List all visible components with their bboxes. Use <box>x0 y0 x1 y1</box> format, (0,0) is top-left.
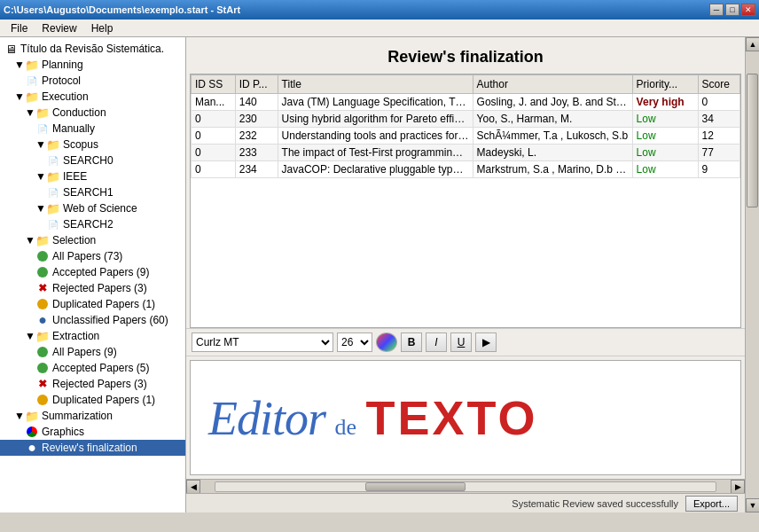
cell-author: Markstrum, S.a , Marino, D.b , Esquiv... <box>473 161 632 178</box>
folder-icon: 📁 <box>25 90 39 104</box>
horizontal-scrollbar[interactable]: ◀ ▶ <box>186 479 745 493</box>
minimize-button[interactable]: ─ <box>709 4 724 16</box>
sidebar-label-summarization: Summarization <box>42 410 113 422</box>
more-button[interactable]: ▶ <box>475 332 497 352</box>
v-scroll-thumb[interactable] <box>747 74 758 207</box>
sidebar-item-web-of-science[interactable]: ▼ 📁 Web of Science <box>0 200 185 216</box>
h-scroll-track[interactable] <box>215 481 716 492</box>
sidebar-item-search1[interactable]: 📄 SEARCH1 <box>0 184 185 200</box>
cell-priority: Low <box>632 111 698 128</box>
blue-dot-icon: ● <box>35 313 50 327</box>
sidebar-label-ext-all-papers: All Papers (9) <box>52 346 117 358</box>
sidebar-label-manually: Manually <box>52 122 95 135</box>
sidebar-label-sel-all-papers: All Papers (73) <box>52 250 122 262</box>
window-controls: ─ □ ✕ <box>709 4 755 16</box>
folder-icon: 📁 <box>35 106 50 120</box>
sidebar-item-reviews-finalization[interactable]: ● Review's finalization <box>0 440 185 456</box>
scroll-left-button[interactable]: ◀ <box>186 480 200 494</box>
window-title: C:\Users\Augusto\Documents\exemplo.start… <box>4 4 240 15</box>
menu-file[interactable]: File <box>4 20 35 36</box>
scroll-right-button[interactable]: ▶ <box>731 480 745 494</box>
col-id-ss[interactable]: ID SS <box>192 75 236 94</box>
sidebar-item-ext-all-papers[interactable]: All Papers (9) <box>0 344 185 360</box>
sidebar-item-sel-duplicated[interactable]: Duplicated Papers (1) <box>0 296 185 312</box>
vertical-scrollbar[interactable]: ▲ ▼ <box>745 37 759 512</box>
sidebar-item-ext-accepted[interactable]: Accepted Papers (5) <box>0 360 185 376</box>
status-message: Systematic Review saved successfully <box>512 498 678 509</box>
sidebar-item-sel-unclassified[interactable]: ● Unclassified Papers (60) <box>0 312 185 328</box>
sidebar: 🖥 Título da Revisão Sistemática. ▼ 📁 Pla… <box>0 37 186 512</box>
col-title[interactable]: Title <box>278 75 473 94</box>
sidebar-item-sel-rejected[interactable]: ✖ Rejected Papers (3) <box>0 280 185 296</box>
papers-table-container[interactable]: ID SS ID P... Title Author Priority... S… <box>190 74 741 328</box>
menu-review[interactable]: Review <box>35 20 83 36</box>
size-selector[interactable]: 26 <box>337 332 372 352</box>
folder-icon: 📁 <box>46 169 60 184</box>
editor-area[interactable]: Editor de TEXTO <box>190 360 741 475</box>
sidebar-item-conduction[interactable]: ▼ 📁 Conduction <box>0 105 185 121</box>
col-id-p[interactable]: ID P... <box>235 75 278 94</box>
sidebar-item-execution[interactable]: ▼ 📁 Execution <box>0 89 185 105</box>
sidebar-item-ext-duplicated[interactable]: Duplicated Papers (1) <box>0 392 185 408</box>
cell-title: Using hybrid algorithm for Pareto effici… <box>278 111 473 128</box>
yellow-dot-icon <box>35 297 50 311</box>
sidebar-label-conduction: Conduction <box>52 106 106 119</box>
table-row[interactable]: 0 232 Understanding tools and practices … <box>192 128 740 145</box>
export-button[interactable]: Export... <box>685 496 738 512</box>
table-row[interactable]: 0 230 Using hybrid algorithm for Pareto … <box>192 111 740 128</box>
sidebar-item-scopus[interactable]: ▼ 📁 Scopus <box>0 137 185 153</box>
doc-icon: 📄 <box>25 74 39 88</box>
editor-text-demo: Editor de TEXTO <box>208 390 538 446</box>
sidebar-item-search0[interactable]: 📄 SEARCH0 <box>0 153 185 168</box>
main-container: 🖥 Título da Revisão Sistemática. ▼ 📁 Pla… <box>0 37 759 512</box>
cell-id-p: 230 <box>235 111 278 128</box>
col-author[interactable]: Author <box>473 75 632 94</box>
sidebar-label-sel-accepted: Accepted Papers (9) <box>52 266 149 278</box>
sidebar-item-summarization[interactable]: ▼ 📁 Summarization <box>0 408 185 424</box>
cell-priority: Low <box>632 145 698 161</box>
scroll-up-button[interactable]: ▲ <box>746 37 759 51</box>
bold-button[interactable]: B <box>401 332 422 352</box>
sidebar-item-planning[interactable]: ▼ 📁 Planning <box>0 57 185 73</box>
sidebar-item-search2[interactable]: 📄 SEARCH2 <box>0 216 185 232</box>
h-scroll-thumb[interactable] <box>365 482 466 491</box>
font-selector[interactable]: Curlz MT <box>192 332 333 352</box>
color-button[interactable] <box>376 332 397 352</box>
col-score[interactable]: Score <box>698 75 739 94</box>
sidebar-item-graphics[interactable]: Graphics <box>0 424 185 440</box>
folder-icon: 📁 <box>25 58 39 72</box>
maximize-button[interactable]: □ <box>725 4 739 16</box>
cell-priority: Very high <box>632 94 698 111</box>
sidebar-label-sel-duplicated: Duplicated Papers (1) <box>52 298 155 310</box>
doc-icon: 📄 <box>46 217 60 231</box>
table-row[interactable]: Man... 140 Java (TM) Language Specificat… <box>192 94 740 111</box>
folder-icon: 📁 <box>46 201 60 215</box>
editor-word-1: Editor <box>208 391 325 446</box>
sidebar-label-sel-unclassified: Unclassified Papers (60) <box>52 314 168 326</box>
sidebar-label-planning: Planning <box>42 59 83 71</box>
underline-button[interactable]: U <box>450 332 472 352</box>
v-scroll-track[interactable] <box>746 51 759 498</box>
tree-root[interactable]: 🖥 Título da Revisão Sistemática. <box>0 41 185 57</box>
yellow-dot-icon <box>35 393 50 407</box>
sidebar-item-sel-accepted[interactable]: Accepted Papers (9) <box>0 264 185 280</box>
table-row[interactable]: 0 234 JavaCOP: Declarative pluggable typ… <box>192 161 740 178</box>
sidebar-item-manually[interactable]: 📄 Manually <box>0 121 185 137</box>
scroll-down-button[interactable]: ▼ <box>746 498 759 512</box>
sidebar-label-graphics: Graphics <box>42 426 84 438</box>
sidebar-item-ieee[interactable]: ▼ 📁 IEEE <box>0 168 185 184</box>
sidebar-item-protocol[interactable]: 📄 Protocol <box>0 73 185 89</box>
sidebar-item-extraction[interactable]: ▼ 📁 Extraction <box>0 328 185 344</box>
col-priority[interactable]: Priority... <box>632 75 698 94</box>
menu-help[interactable]: Help <box>84 20 121 36</box>
close-button[interactable]: ✕ <box>741 4 755 16</box>
cell-author: Yoo, S., Harman, M. <box>473 111 632 128</box>
table-row[interactable]: 0 233 The impact of Test-First programmi… <box>192 145 740 161</box>
sidebar-item-sel-all-papers[interactable]: All Papers (73) <box>0 248 185 264</box>
sidebar-item-selection[interactable]: ▼ 📁 Selection <box>0 232 185 248</box>
italic-button[interactable]: I <box>426 332 447 352</box>
cell-priority: Low <box>632 128 698 145</box>
sidebar-label-execution: Execution <box>42 90 89 103</box>
sidebar-item-ext-rejected[interactable]: ✖ Rejected Papers (3) <box>0 376 185 392</box>
cell-id-ss: 0 <box>192 128 236 145</box>
